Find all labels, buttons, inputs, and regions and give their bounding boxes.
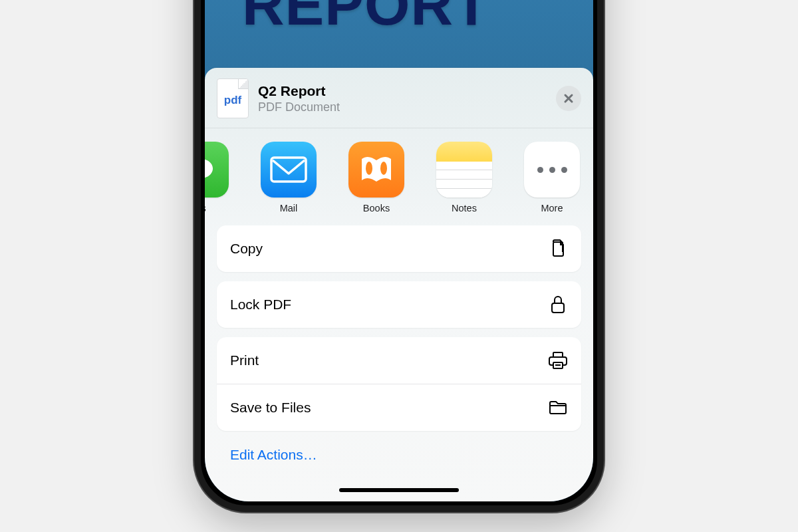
- file-kind: PDF Document: [258, 100, 556, 114]
- svg-rect-2: [271, 158, 306, 182]
- share-app-mail[interactable]: Mail: [261, 142, 317, 213]
- share-actions: Copy Lock PDF: [205, 225, 593, 501]
- file-thumbnail: pdf: [217, 78, 249, 118]
- action-copy[interactable]: Copy: [217, 225, 581, 272]
- action-save-to-files[interactable]: Save to Files: [217, 384, 581, 431]
- action-label: Lock PDF: [230, 297, 291, 313]
- action-group: Copy: [217, 225, 581, 272]
- share-sheet-header: pdf Q2 Report PDF Document: [205, 68, 593, 128]
- action-print[interactable]: Print: [217, 337, 581, 384]
- share-app-label: Books: [363, 203, 390, 213]
- share-app-label: Mail: [280, 203, 298, 213]
- edit-actions-link[interactable]: Edit Actions…: [217, 440, 581, 463]
- action-group: Lock PDF: [217, 281, 581, 328]
- action-label: Copy: [230, 241, 263, 257]
- share-app-label: es: [205, 203, 206, 213]
- svg-point-3: [366, 162, 372, 175]
- close-button[interactable]: [556, 86, 581, 111]
- folder-icon: [548, 398, 568, 418]
- action-group: Print Save to Files: [217, 337, 581, 431]
- books-icon: [348, 142, 404, 198]
- share-app-messages[interactable]: es: [205, 142, 229, 213]
- device-frame: REPORT pdf Q2 Report PDF Document: [194, 0, 604, 512]
- action-label: Save to Files: [230, 400, 311, 416]
- file-name: Q2 Report: [258, 83, 556, 99]
- messages-icon: [205, 142, 229, 198]
- lock-icon: [548, 295, 568, 315]
- svg-rect-7: [553, 352, 563, 357]
- more-icon: [524, 142, 580, 198]
- file-meta: Q2 Report PDF Document: [258, 83, 556, 114]
- action-lock-pdf[interactable]: Lock PDF: [217, 281, 581, 328]
- svg-rect-5: [552, 303, 564, 313]
- action-label: Print: [230, 352, 259, 368]
- share-app-notes[interactable]: Notes: [436, 142, 492, 213]
- share-apps-row[interactable]: es Mail: [205, 128, 593, 221]
- home-indicator[interactable]: [339, 488, 459, 492]
- mail-icon: [261, 142, 317, 198]
- share-sheet: pdf Q2 Report PDF Document: [205, 68, 593, 501]
- close-icon: [563, 92, 575, 104]
- copy-icon: [548, 239, 568, 259]
- device-screen: REPORT pdf Q2 Report PDF Document: [205, 0, 593, 501]
- share-app-books[interactable]: Books: [348, 142, 404, 213]
- notes-icon: [436, 142, 492, 198]
- document-title: REPORT: [242, 0, 490, 39]
- share-app-label: Notes: [452, 203, 477, 213]
- file-thumb-label: pdf: [224, 94, 241, 107]
- share-app-label: More: [541, 203, 563, 213]
- svg-point-4: [380, 162, 387, 175]
- printer-icon: [548, 350, 568, 370]
- share-app-more[interactable]: More: [524, 142, 580, 213]
